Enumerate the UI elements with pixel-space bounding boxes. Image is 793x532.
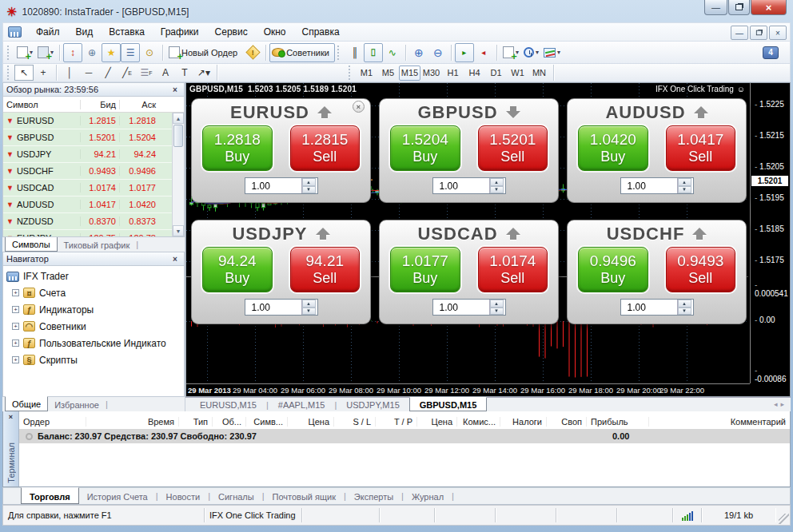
tab-tick-chart[interactable]: Тиковый график — [58, 237, 137, 252]
new-chart-button[interactable]: ▾ — [14, 43, 35, 62]
tree-item-custom-indicators[interactable]: + ƒ Пользовательские Индикато — [6, 335, 184, 351]
scroll-thumb[interactable] — [173, 125, 183, 147]
resize-grip[interactable] — [779, 514, 789, 524]
tree-item-scripts[interactable]: + § Скрипты — [6, 351, 184, 368]
arrows-tool[interactable]: ↗▾ — [194, 65, 213, 81]
column-stop-loss[interactable]: S / L — [334, 417, 376, 427]
status-mode-label[interactable]: IFX One Click Trading — [205, 508, 302, 522]
tab-experts[interactable]: Эксперты — [346, 488, 401, 504]
volume-down-icon[interactable]: ▼ — [302, 186, 316, 194]
volume-down-icon[interactable]: ▼ — [302, 308, 316, 316]
chart-system-icon[interactable] — [8, 26, 22, 38]
volume-up-icon[interactable]: ▲ — [678, 178, 691, 186]
auto-scroll-button[interactable]: ▸ — [455, 43, 474, 62]
column-volume[interactable]: Об... — [213, 417, 246, 427]
column-ask[interactable]: Аск — [120, 100, 159, 109]
timeframe-mn[interactable]: MN — [528, 66, 550, 81]
terminal-toggle[interactable]: ☰ — [121, 43, 140, 62]
zoom-out-button[interactable]: ⊖ — [428, 43, 448, 62]
expand-icon[interactable]: + — [12, 306, 19, 313]
timeframe-w1[interactable]: W1 — [507, 66, 528, 81]
menu-help[interactable]: Справка — [294, 24, 348, 40]
tab-common[interactable]: Общие — [5, 396, 48, 411]
buy-button[interactable]: 1.5204Buy — [390, 125, 460, 171]
close-button[interactable]: × — [751, 0, 787, 15]
equidistant-channel-tool[interactable]: ╱E — [118, 65, 137, 81]
quote-row[interactable]: ▼USDCHF0.94930.9496 — [3, 163, 184, 180]
strategy-tester-button[interactable]: ⊙ — [140, 43, 159, 62]
line-chart-button[interactable]: ∿ — [383, 43, 402, 62]
child-minimize-button[interactable]: — — [731, 26, 748, 40]
quote-row[interactable]: ▼EURJPY120.75120.78 — [3, 230, 184, 237]
volume-down-icon[interactable]: ▼ — [678, 186, 691, 194]
tree-item-indicators[interactable]: + ƒ Индикаторы — [6, 301, 184, 318]
smiley-icon[interactable]: ☺ — [737, 85, 745, 93]
toolbar-grip[interactable] — [349, 66, 353, 80]
column-type[interactable]: Тип — [179, 417, 213, 427]
volume-input[interactable] — [433, 300, 489, 315]
quote-row[interactable]: ▼GBPUSD1.52011.5204 — [3, 129, 184, 146]
toolbar-grip[interactable] — [7, 46, 11, 60]
cursor-tool[interactable]: ↖ — [14, 65, 34, 81]
fibonacci-tool[interactable]: ☰F — [137, 65, 156, 81]
candlestick-chart-button[interactable]: ⌷ — [364, 43, 383, 62]
tab-trade[interactable]: Торговля — [21, 487, 79, 504]
column-order[interactable]: Ордер — [19, 417, 86, 427]
periods-button[interactable]: ▾ — [521, 43, 541, 62]
column-swap[interactable]: Своп — [547, 417, 587, 427]
quote-row[interactable]: ▼EURUSD1.28151.2818 — [3, 113, 184, 129]
buy-button[interactable]: 0.9496Buy — [578, 247, 648, 292]
navigator-toggle[interactable]: ★ — [102, 43, 121, 62]
expand-icon[interactable]: + — [12, 356, 19, 363]
chart-tab-gbpusd[interactable]: GBPUSD,M15 — [409, 397, 488, 411]
menu-charts[interactable]: Графики — [153, 24, 207, 40]
quote-row[interactable]: ▼USDJPY94.2194.24 — [3, 146, 184, 163]
minimize-button[interactable]: — — [704, 0, 727, 15]
sell-button[interactable]: 0.9493Sell — [666, 247, 736, 292]
column-commission[interactable]: Комис... — [457, 417, 500, 427]
timeframe-m15[interactable]: M15 — [399, 66, 420, 81]
quote-row[interactable]: ▼USDCAD1.01741.0177 — [3, 180, 184, 197]
column-symbol[interactable]: Символ — [3, 100, 81, 109]
column-profit[interactable]: Прибыль — [587, 417, 649, 427]
sell-button[interactable]: 94.21Sell — [290, 247, 361, 292]
mailbox-badge[interactable]: 4 — [763, 46, 779, 59]
volume-up-icon[interactable]: ▲ — [490, 178, 504, 186]
tab-mailbox[interactable]: Почтовый ящик — [265, 488, 344, 504]
toolbar-grip[interactable] — [337, 46, 341, 60]
market-watch-toggle[interactable]: ↕ — [63, 43, 82, 62]
text-label-tool[interactable]: T — [175, 65, 194, 81]
expand-icon[interactable]: + — [12, 323, 19, 330]
volume-input[interactable] — [433, 178, 489, 193]
volume-down-icon[interactable]: ▼ — [490, 308, 504, 316]
data-window-button[interactable]: ⊕ — [82, 43, 102, 62]
timeframe-h4[interactable]: H4 — [464, 66, 485, 81]
tab-journal[interactable]: Журнал — [404, 488, 452, 504]
expand-icon[interactable]: + — [12, 289, 19, 296]
horizontal-line-tool[interactable]: ─ — [79, 65, 98, 81]
navigator-close-icon[interactable]: × — [169, 255, 181, 264]
tab-favorites[interactable]: Избранное — [48, 397, 106, 411]
tab-news[interactable]: Новости — [158, 488, 209, 504]
timeframe-d1[interactable]: D1 — [485, 66, 507, 81]
timeframe-m1[interactable]: M1 — [356, 66, 377, 81]
column-take-profit[interactable]: T / P — [376, 417, 417, 427]
volume-input[interactable] — [245, 178, 301, 193]
toolbar-grip[interactable] — [7, 66, 11, 80]
tree-item-accounts[interactable]: + ¤ Счета — [6, 284, 184, 301]
volume-down-icon[interactable]: ▼ — [678, 308, 691, 316]
volume-input[interactable] — [245, 300, 301, 315]
terminal-close-icon[interactable]: × — [6, 413, 16, 423]
volume-input[interactable] — [621, 300, 677, 315]
market-watch-scrollbar[interactable]: ▲ ▼ — [172, 113, 184, 236]
panel-close-button[interactable]: × — [353, 101, 365, 113]
child-restore-button[interactable] — [750, 26, 767, 40]
bar-chart-button[interactable]: ║ — [345, 43, 364, 62]
title-bar[interactable]: ☀ 1020890: InstaTrader - [GBPUSD,M15] — [0, 0, 793, 22]
tab-account-history[interactable]: История Счета — [79, 488, 156, 504]
volume-up-icon[interactable]: ▲ — [302, 300, 316, 308]
expand-icon[interactable]: + — [12, 339, 19, 347]
volume-input[interactable] — [621, 178, 677, 193]
buy-button[interactable]: 1.0177Buy — [390, 247, 460, 292]
volume-up-icon[interactable]: ▲ — [302, 178, 316, 186]
